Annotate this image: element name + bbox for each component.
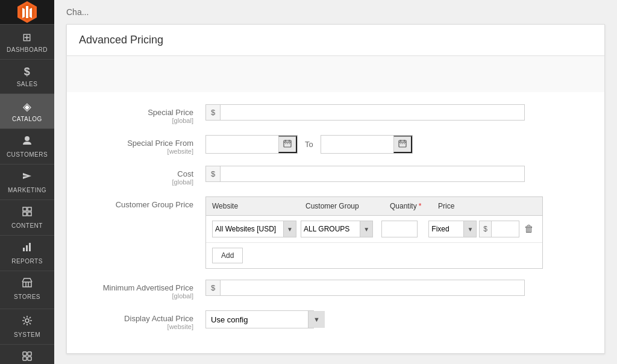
sidebar-item-find-partners[interactable]: FIND PARTNERS & EXTENSIONS [0, 344, 54, 364]
breadcrumb: Cha... [66, 7, 89, 17]
cost-prefix: $ [206, 166, 221, 181]
special-price-input[interactable] [221, 105, 524, 120]
find-partners-icon [22, 351, 33, 364]
special-price-from-input[interactable] [206, 137, 278, 152]
system-icon [22, 315, 33, 329]
svg-point-5 [25, 136, 30, 141]
cgp-price-input-wrap: $ [479, 221, 519, 237]
map-row: Minimum Advertised Price [global] $ [85, 280, 586, 300]
to-label: To [302, 140, 316, 149]
add-customer-group-price-button[interactable]: Add [212, 248, 243, 263]
svg-rect-8 [28, 207, 31, 211]
reports-icon [22, 242, 33, 256]
sidebar-item-stores[interactable]: STORES [0, 271, 54, 306]
display-actual-price-select-wrap: Use config On Gesture In Cart Before Ord… [205, 310, 314, 328]
cgp-price-input[interactable] [492, 224, 519, 234]
svg-rect-11 [23, 248, 25, 251]
date-to-calendar-button[interactable] [393, 136, 412, 153]
page-header: Cha... [54, 0, 617, 24]
sidebar-item-marketing-label: MARKETING [8, 187, 46, 193]
group-select-wrap-col: ALL GROUPS ▼ [301, 221, 377, 237]
quantity-input[interactable] [381, 221, 418, 237]
special-price-prefix: $ [206, 105, 221, 120]
sales-icon: $ [24, 66, 31, 78]
delete-row-button[interactable]: 🗑 [522, 222, 536, 236]
advanced-pricing-panel: Advanced Pricing Special Price [global] … [66, 24, 605, 354]
svg-marker-6 [23, 173, 31, 179]
customer-group-select-wrap: ALL GROUPS ▼ [301, 221, 373, 237]
sidebar-item-content[interactable]: CONTENT [0, 199, 54, 235]
special-price-to-input[interactable] [321, 137, 393, 152]
date-to-wrap [321, 135, 413, 154]
cost-input-wrap: $ [205, 166, 525, 182]
table-row: All Websites [USD] ▼ ALL GROUPS [206, 216, 542, 243]
cgp-col-website-header: Website [212, 202, 305, 210]
stores-icon [22, 277, 33, 291]
sidebar-item-customers[interactable]: CUSTOMERS [0, 128, 54, 164]
display-actual-price-select[interactable]: Use config On Gesture In Cart Before Ord… [206, 313, 308, 327]
svg-rect-20 [23, 357, 27, 360]
marketing-icon [22, 171, 33, 184]
sidebar-item-reports-label: REPORTS [11, 258, 43, 265]
calendar-from-icon [283, 139, 292, 148]
svg-point-17 [25, 319, 29, 322]
display-actual-price-control: Use config On Gesture In Cart Before Ord… [205, 310, 586, 328]
sidebar-logo [0, 0, 54, 24]
svg-rect-9 [23, 212, 27, 216]
sidebar-item-sales-label: SALES [17, 81, 38, 87]
website-select-wrap-col: All Websites [USD] ▼ [212, 221, 297, 237]
svg-rect-13 [29, 243, 31, 251]
display-actual-price-row: Display Actual Price [website] Use confi… [85, 310, 586, 330]
special-price-input-wrap: $ [205, 104, 525, 121]
cgp-price-prefix: $ [480, 221, 492, 237]
panel-form: Special Price [global] $ Special Price F… [67, 92, 604, 353]
calendar-to-icon [398, 139, 407, 148]
svg-rect-12 [26, 245, 28, 251]
date-from-calendar-button[interactable] [278, 136, 297, 153]
cgp-col-qty-header: Quantity * [390, 202, 438, 210]
special-price-control: $ [205, 104, 586, 121]
map-input-wrap: $ [205, 280, 525, 296]
sidebar-item-dashboard-label: DASHBOARD [7, 46, 48, 53]
sidebar-item-catalog[interactable]: ◈ CATALOG [0, 93, 54, 128]
panel-body [67, 56, 604, 92]
customers-icon [22, 135, 33, 149]
svg-rect-10 [28, 212, 31, 216]
map-input[interactable] [221, 280, 524, 295]
sidebar-item-sales[interactable]: $ SALES [0, 59, 54, 93]
price-type-select[interactable]: Fixed Discount [429, 224, 463, 234]
svg-rect-7 [23, 207, 27, 211]
cost-control: $ [205, 166, 586, 182]
cost-row: Cost [global] $ [85, 166, 586, 186]
cgp-header: Website Customer Group Quantity * Price [206, 197, 542, 216]
sidebar-item-system[interactable]: SYSTEM [0, 309, 54, 344]
magento-logo-icon [15, 0, 39, 24]
main-content: Cha... Advanced Pricing Special Price [g… [54, 0, 617, 364]
cost-input[interactable] [221, 166, 524, 181]
svg-rect-19 [28, 352, 31, 356]
sidebar: ⊞ DASHBOARD $ SALES ◈ CATALOG CUSTOMERS … [0, 0, 54, 364]
group-select-arrow-icon: ▼ [360, 221, 372, 237]
sidebar-item-dashboard[interactable]: ⊞ DASHBOARD [0, 24, 54, 59]
customer-group-price-row: Customer Group Price Website Customer Gr… [85, 196, 586, 269]
panel-title: Advanced Pricing [67, 25, 604, 56]
svg-marker-3 [22, 8, 25, 18]
price-type-select-wrap: Fixed Discount ▼ [428, 221, 477, 237]
special-price-from-row: Special Price From [website] [85, 135, 586, 155]
customer-group-select[interactable]: ALL GROUPS [301, 224, 360, 234]
sidebar-item-customers-label: CUSTOMERS [7, 151, 48, 158]
date-from-wrap [205, 135, 298, 154]
sidebar-item-content-label: CONTENT [11, 222, 43, 229]
sidebar-item-reports[interactable]: REPORTS [0, 235, 54, 271]
display-actual-price-arrow-icon: ▼ [308, 311, 325, 328]
customer-group-price-table: Website Customer Group Quantity * Price [205, 196, 543, 269]
svg-rect-21 [28, 357, 31, 360]
website-select-wrap: All Websites [USD] ▼ [212, 221, 296, 237]
price-type-arrow-icon: ▼ [463, 221, 476, 237]
catalog-icon: ◈ [23, 100, 32, 113]
sidebar-item-marketing[interactable]: MARKETING [0, 164, 54, 199]
cost-label: Cost [global] [85, 166, 205, 186]
dashboard-icon: ⊞ [22, 31, 32, 44]
website-select[interactable]: All Websites [USD] [213, 224, 283, 234]
price-type-price-col: Fixed Discount ▼ $ 🗑 [428, 221, 536, 237]
